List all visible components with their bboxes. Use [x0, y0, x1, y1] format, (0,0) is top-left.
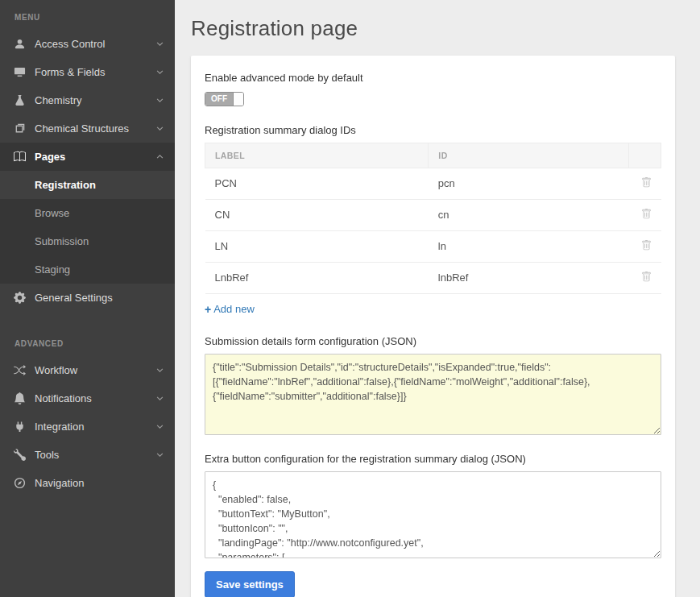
chevron-down-icon [156, 395, 164, 402]
structures-icon [13, 122, 26, 135]
column-header-label: LABEL [205, 143, 429, 168]
sidebar-item-navigation[interactable]: Navigation [0, 469, 175, 497]
sidebar-item-label: Tools [35, 449, 59, 461]
sidebar-item-label: Chemical Structures [35, 122, 129, 135]
sidebar-item-tools[interactable]: Tools [0, 441, 175, 469]
sidebar-item-notifications[interactable]: Notifications [0, 384, 175, 413]
user-icon [13, 38, 26, 51]
sidebar: MENU Access Control Forms & Fields Chem [0, 0, 175, 597]
sidebar-item-label: Workflow [35, 364, 77, 376]
shuffle-icon [13, 364, 26, 377]
add-new-label: Add new [213, 303, 255, 315]
chevron-down-icon [156, 423, 164, 430]
toggle-knob [233, 93, 243, 106]
table-row: LN ln [205, 230, 661, 262]
menu-section-header: MENU [0, 0, 175, 30]
sidebar-item-chemistry[interactable]: Chemistry [0, 86, 175, 114]
submission-config-textarea[interactable]: {"title":"Submission Details","id":"stru… [205, 354, 661, 435]
row-id-cell: ln [429, 230, 629, 262]
extra-button-config-textarea[interactable]: { "enabled": false, "buttonText": "MyBut… [205, 471, 661, 558]
sidebar-subitem-registration[interactable]: Registration [0, 171, 175, 199]
submission-config-label: Submission details form configuration (J… [205, 335, 661, 347]
bell-icon [13, 392, 26, 405]
chevron-down-icon [156, 125, 164, 132]
trash-icon[interactable] [641, 177, 652, 188]
sidebar-item-label: Integration [35, 421, 84, 433]
plug-icon [13, 421, 26, 433]
plus-icon: + [205, 303, 211, 316]
row-label-cell: LnbRef [205, 262, 429, 293]
sidebar-item-label: Access Control [35, 38, 105, 50]
chevron-down-icon [156, 40, 164, 48]
summary-ids-label: Registration summary dialog IDs [205, 124, 661, 136]
trash-icon[interactable] [641, 272, 652, 282]
row-id-cell: lnbRef [429, 262, 629, 293]
chevron-down-icon [156, 367, 164, 374]
table-row: LnbRef lnbRef [205, 262, 661, 293]
row-id-cell: pcn [429, 168, 629, 199]
sidebar-item-pages[interactable]: Pages [0, 143, 175, 171]
sidebar-item-forms-fields[interactable]: Forms & Fields [0, 58, 175, 86]
sidebar-item-integration[interactable]: Integration [0, 413, 175, 441]
toggle-state-label: OFF [205, 93, 233, 106]
sidebar-item-label: General Settings [35, 292, 113, 304]
column-header-actions [629, 143, 661, 168]
chevron-down-icon [156, 97, 164, 104]
pages-section: Pages Registration Browse Submission Sta… [0, 143, 175, 284]
table-row: PCN pcn [205, 168, 661, 199]
trash-icon[interactable] [641, 209, 652, 219]
chevron-down-icon [156, 451, 164, 458]
table-header-row: LABEL ID [205, 143, 661, 168]
sidebar-item-label: Notifications [35, 392, 92, 404]
flask-icon [13, 94, 26, 107]
page-title: Registration page [191, 16, 675, 41]
save-settings-button[interactable]: Save settings [205, 571, 295, 597]
sidebar-item-workflow[interactable]: Workflow [0, 356, 175, 384]
table-row: CN cn [205, 199, 661, 230]
sidebar-item-label: Navigation [35, 477, 84, 489]
settings-card: Enable advanced mode by default OFF Regi… [191, 56, 675, 597]
chevron-down-icon [156, 68, 164, 76]
trash-icon[interactable] [641, 240, 652, 251]
sidebar-item-label: Forms & Fields [35, 66, 105, 78]
chevron-up-icon [156, 153, 164, 160]
advanced-mode-toggle[interactable]: OFF [205, 92, 244, 106]
add-new-link[interactable]: + Add new [205, 303, 255, 316]
column-header-id: ID [429, 143, 629, 168]
app-window: MENU Access Control Forms & Fields Chem [0, 0, 700, 597]
summary-ids-table: LABEL ID PCN pcn CN cn [205, 143, 661, 294]
sidebar-subitem-browse[interactable]: Browse [0, 199, 175, 227]
main-content: Registration page Enable advanced mode b… [175, 0, 700, 597]
compass-icon [13, 477, 26, 490]
sidebar-item-general-settings[interactable]: General Settings [0, 284, 175, 312]
advanced-mode-label: Enable advanced mode by default [205, 72, 661, 84]
wrench-icon [13, 449, 26, 462]
book-icon [13, 151, 26, 164]
sidebar-item-label: Chemistry [35, 94, 82, 106]
advanced-section-header: ADVANCED [0, 326, 175, 356]
gear-icon [13, 292, 26, 305]
monitor-icon [13, 66, 26, 79]
row-label-cell: PCN [205, 168, 429, 199]
row-label-cell: CN [205, 199, 429, 230]
sidebar-item-chemical-structures[interactable]: Chemical Structures [0, 114, 175, 143]
sidebar-item-label: Pages [35, 151, 65, 163]
sidebar-subitem-staging[interactable]: Staging [0, 255, 175, 284]
row-label-cell: LN [205, 230, 429, 262]
sidebar-item-access-control[interactable]: Access Control [0, 30, 175, 58]
extra-button-config-label: Extra button configuration for the regis… [205, 453, 661, 465]
sidebar-subitem-submission[interactable]: Submission [0, 227, 175, 255]
row-id-cell: cn [429, 199, 629, 230]
